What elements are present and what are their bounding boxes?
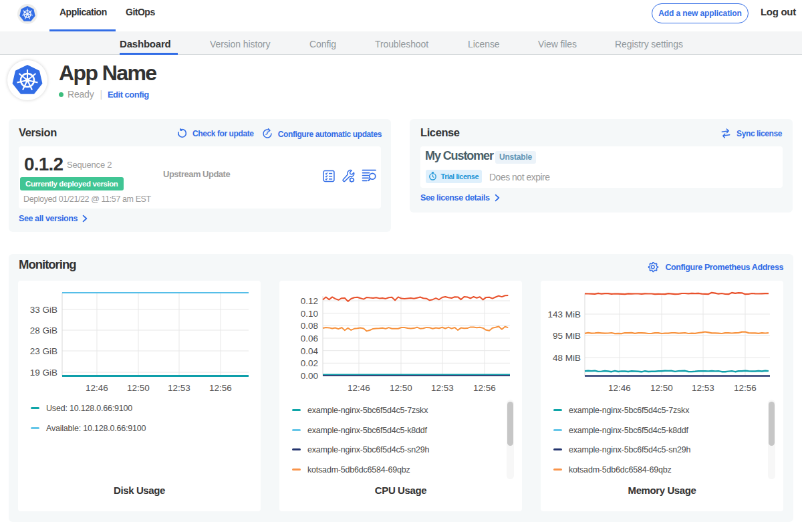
svg-text:33 GiB: 33 GiB <box>30 305 57 315</box>
svg-text:12:46: 12:46 <box>86 383 108 393</box>
svg-text:12:50: 12:50 <box>390 383 412 393</box>
svg-text:0.10: 0.10 <box>301 309 318 319</box>
svg-text:143 MiB: 143 MiB <box>547 309 581 319</box>
svg-text:12:53: 12:53 <box>168 383 190 393</box>
svg-text:0.00: 0.00 <box>301 371 318 381</box>
svg-text:12:56: 12:56 <box>209 383 232 393</box>
svg-text:0.04: 0.04 <box>301 346 319 356</box>
svg-text:19 GiB: 19 GiB <box>30 368 57 378</box>
svg-text:0.12: 0.12 <box>301 296 318 306</box>
svg-text:0.06: 0.06 <box>301 334 318 344</box>
svg-text:12:46: 12:46 <box>348 383 370 393</box>
svg-text:12:53: 12:53 <box>692 383 714 393</box>
svg-text:12:46: 12:46 <box>608 383 631 393</box>
svg-text:28 GiB: 28 GiB <box>30 325 57 336</box>
svg-text:12:53: 12:53 <box>431 383 454 393</box>
svg-text:23 GiB: 23 GiB <box>30 346 57 356</box>
svg-text:95 MiB: 95 MiB <box>553 331 581 341</box>
svg-text:0.02: 0.02 <box>301 358 318 368</box>
svg-text:12:50: 12:50 <box>127 383 150 393</box>
svg-text:0.08: 0.08 <box>301 321 318 331</box>
svg-text:48 MiB: 48 MiB <box>553 353 581 363</box>
svg-text:12:50: 12:50 <box>650 383 673 393</box>
svg-text:12:56: 12:56 <box>734 383 757 393</box>
svg-text:12:56: 12:56 <box>473 383 496 393</box>
